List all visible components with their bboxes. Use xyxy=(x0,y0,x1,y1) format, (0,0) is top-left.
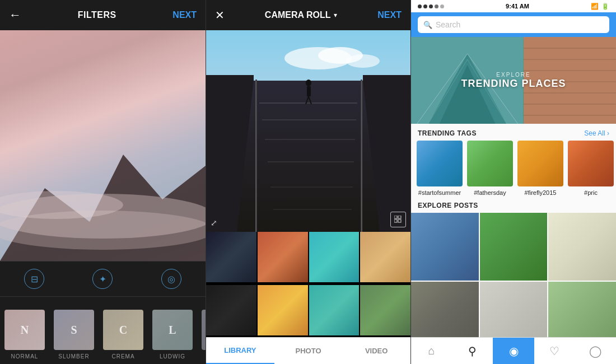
post-thumb-1[interactable] xyxy=(411,213,479,281)
tag-item-fathersday[interactable]: #fathersday xyxy=(467,141,513,196)
explore-posts-header: EXPLORE POSTS xyxy=(411,196,616,213)
filters-tools-bar: ⊟ ✦ ◎ xyxy=(0,261,206,297)
thumb-cell-5[interactable] xyxy=(206,285,256,335)
svg-point-21 xyxy=(306,80,311,86)
camera-roll-tabs: LIBRARY PHOTO VIDEO xyxy=(206,337,410,364)
nav-camera[interactable]: ◉ xyxy=(493,338,534,364)
thumb-cell-8[interactable] xyxy=(360,285,410,335)
explore-posts-title: EXPLORE POSTS xyxy=(418,202,478,209)
filter-normal-thumb: N xyxy=(4,310,45,350)
camera-roll-title: CAMERA ROLL xyxy=(265,10,331,20)
filter-more-thumb: A xyxy=(202,310,206,350)
trending-tags-row: #startofsummer #fathersday #firefly2015 … xyxy=(411,141,616,196)
thumbnail-grid xyxy=(206,232,410,337)
tag-item-startofsummer[interactable]: #startofsummer xyxy=(417,141,463,196)
tab-photo[interactable]: PHOTO xyxy=(274,338,343,364)
nav-home[interactable]: ⌂ xyxy=(411,338,452,364)
filter-slumber-thumb: S xyxy=(54,310,94,350)
tag-label-fathersday: #fathersday xyxy=(474,189,506,196)
filters-title: FILTERS xyxy=(78,10,116,20)
camera-roll-title-wrap[interactable]: CAMERA ROLL ▾ xyxy=(265,10,338,20)
filter-ludwig-thumb: L xyxy=(152,310,193,350)
banner-text-overlay: EXPLORE TRENDING PLACES xyxy=(461,72,566,90)
camera-roll-panel: ✕ CAMERA ROLL ▾ NEXT xyxy=(206,0,411,364)
svg-rect-25 xyxy=(394,216,397,218)
post-thumb-4[interactable] xyxy=(411,282,479,337)
heart-nav-icon: ♡ xyxy=(549,344,559,358)
svg-point-7 xyxy=(346,54,380,68)
see-all-button[interactable]: See All › xyxy=(584,129,609,137)
status-time: 9:41 AM xyxy=(506,3,529,10)
home-icon: ⌂ xyxy=(428,344,435,357)
search-bar[interactable]: 🔍 Search xyxy=(411,12,616,37)
status-bar: 9:41 AM 📶 🔋 xyxy=(411,0,616,12)
multi-select-icon[interactable] xyxy=(390,212,406,227)
camera-roll-header: ✕ CAMERA ROLL ▾ NEXT xyxy=(206,0,410,30)
tab-video[interactable]: VIDEO xyxy=(342,338,410,364)
signal-dot-5 xyxy=(440,4,444,8)
tab-library[interactable]: LIBRARY xyxy=(206,338,274,364)
filter-crema[interactable]: C CREMA xyxy=(99,297,148,364)
explore-panel: 9:41 AM 📶 🔋 🔍 Search xyxy=(411,0,616,364)
nav-heart[interactable]: ♡ xyxy=(534,338,575,364)
expand-icon[interactable]: ⤢ xyxy=(211,218,217,227)
filter-crema-thumb: C xyxy=(103,310,143,350)
svg-rect-26 xyxy=(398,216,401,218)
close-button[interactable]: ✕ xyxy=(215,8,225,22)
thumb-cell-2[interactable] xyxy=(258,232,308,282)
filters-panel: ← FILTERS NEXT ⊟ ✦ ◎ N NORMAL S SLUMBER xyxy=(0,0,206,364)
adjust-icon[interactable]: ⊟ xyxy=(24,269,44,289)
nav-profile[interactable]: ◯ xyxy=(575,338,616,364)
brightness-icon[interactable]: ✦ xyxy=(92,269,113,289)
thumb-cell-1[interactable] xyxy=(206,232,256,282)
signal-dot-1 xyxy=(418,4,422,8)
thumb-cell-4[interactable] xyxy=(360,232,410,282)
filters-next-button[interactable]: NEXT xyxy=(172,10,197,20)
tag-label-pric: #pric xyxy=(584,189,598,196)
tag-thumb-firefly xyxy=(517,141,563,186)
wifi-icon: 📶 xyxy=(591,3,599,10)
signal-dot-2 xyxy=(423,4,427,8)
nav-search[interactable]: ⚲ xyxy=(452,338,493,364)
tag-item-pric[interactable]: #pric xyxy=(568,141,614,196)
post-thumb-6[interactable] xyxy=(548,282,616,337)
banner-trending-label: TRENDING PLACES xyxy=(461,78,566,90)
filter-more[interactable]: A xyxy=(197,297,206,364)
signal-strength xyxy=(418,4,444,8)
filters-preview-image xyxy=(0,30,206,261)
svg-rect-22 xyxy=(307,86,311,96)
search-input-wrap[interactable]: 🔍 Search xyxy=(418,16,609,33)
tag-label-startofsummer: #startofsummer xyxy=(418,189,461,196)
search-icon: 🔍 xyxy=(423,21,432,29)
filter-slumber[interactable]: S SLUMBER xyxy=(49,297,99,364)
trending-tags-header: TRENDING TAGS See All › xyxy=(411,124,616,141)
filters-strip: N NORMAL S SLUMBER C CREMA L LUDWIG A xyxy=(0,297,206,364)
battery-icon: 🔋 xyxy=(601,3,609,10)
filter-normal[interactable]: N NORMAL xyxy=(0,297,49,364)
back-button[interactable]: ← xyxy=(9,8,21,22)
tag-thumb-pric xyxy=(568,141,614,186)
explore-posts-section xyxy=(411,213,616,337)
post-thumb-5[interactable] xyxy=(480,282,548,337)
trending-tags-title: TRENDING TAGS xyxy=(418,129,477,137)
thumb-cell-6[interactable] xyxy=(258,285,308,335)
camera-roll-next-button[interactable]: NEXT xyxy=(377,10,402,20)
chevron-down-icon: ▾ xyxy=(334,11,337,19)
thumb-cell-7[interactable] xyxy=(309,285,360,335)
filters-header: ← FILTERS NEXT xyxy=(0,0,206,30)
tune-icon[interactable]: ◎ xyxy=(161,269,181,289)
status-icons: 📶 🔋 xyxy=(591,3,609,10)
post-thumb-2[interactable] xyxy=(480,213,548,281)
tag-item-firefly[interactable]: #firefly2015 xyxy=(517,141,563,196)
filter-ludwig[interactable]: L LUDWIG xyxy=(148,297,197,364)
thumb-cell-3[interactable] xyxy=(309,232,360,282)
search-nav-icon: ⚲ xyxy=(468,344,477,358)
search-placeholder: Search xyxy=(436,20,460,29)
staircase-svg xyxy=(206,30,410,232)
camera-nav-icon: ◉ xyxy=(509,344,519,358)
post-thumb-3[interactable] xyxy=(548,213,616,281)
filter-normal-label: NORMAL xyxy=(11,353,39,360)
banner-explore-label: EXPLORE xyxy=(461,72,566,78)
profile-nav-icon: ◯ xyxy=(589,344,601,358)
explore-banner[interactable]: EXPLORE TRENDING PLACES xyxy=(411,37,616,124)
